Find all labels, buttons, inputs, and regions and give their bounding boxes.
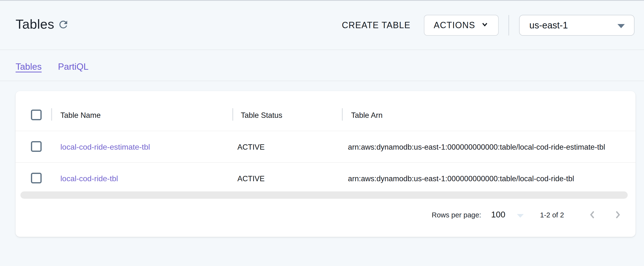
actions-button-label: ACTIONS <box>434 20 475 30</box>
tab-tables[interactable]: Tables <box>16 62 42 72</box>
next-page-button[interactable] <box>611 208 625 222</box>
row-divider <box>16 162 636 163</box>
column-divider <box>232 108 233 121</box>
refresh-button[interactable] <box>57 18 70 31</box>
window-top-border <box>0 0 644 1</box>
row-checkbox[interactable] <box>31 141 42 152</box>
rows-per-page-label: Rows per page: <box>432 211 481 219</box>
horizontal-scrollbar[interactable] <box>20 191 628 199</box>
tab-partiql[interactable]: PartiQL <box>58 62 88 72</box>
region-select[interactable]: us-east-1 <box>519 15 634 36</box>
header-divider <box>508 15 509 35</box>
column-divider <box>51 108 52 121</box>
table-status-value: ACTIVE <box>238 174 265 183</box>
tables-card: Table Name Table Status Table Arn local-… <box>16 91 636 237</box>
rows-per-page-select[interactable]: 100 <box>491 209 530 222</box>
table-status-value: ACTIVE <box>238 143 265 151</box>
table-name-link[interactable]: local-cod-ride-estimate-tbl <box>60 142 150 151</box>
row-divider <box>16 131 636 131</box>
table-arn-value: arn:aws:dynamodb:us-east-1:000000000000:… <box>348 174 574 183</box>
page-title: Tables <box>16 16 54 32</box>
chevron-right-icon <box>613 217 623 220</box>
tabs-bottom-divider <box>0 81 644 81</box>
refresh-icon <box>58 27 69 31</box>
caret-down-icon <box>517 214 524 218</box>
column-header-table-name: Table Name <box>60 111 100 120</box>
chevron-down-icon <box>481 20 489 31</box>
chevron-left-icon <box>587 217 597 220</box>
caret-down-icon <box>618 24 625 28</box>
create-table-button[interactable]: CREATE TABLE <box>342 18 410 32</box>
column-divider <box>342 108 343 121</box>
header-bottom-divider <box>0 50 644 50</box>
rows-per-page-value: 100 <box>491 210 505 219</box>
table-name-link[interactable]: local-cod-ride-tbl <box>60 174 118 183</box>
column-header-table-arn: Table Arn <box>351 111 382 120</box>
table-arn-value: arn:aws:dynamodb:us-east-1:000000000000:… <box>348 143 605 151</box>
row-checkbox[interactable] <box>31 173 42 183</box>
select-all-checkbox[interactable] <box>31 110 42 120</box>
pagination-range-label: 1-2 of 2 <box>540 211 564 219</box>
region-select-value: us-east-1 <box>529 20 568 31</box>
previous-page-button[interactable] <box>585 208 599 222</box>
actions-button[interactable]: ACTIONS <box>424 15 499 36</box>
column-header-table-status: Table Status <box>241 111 282 120</box>
